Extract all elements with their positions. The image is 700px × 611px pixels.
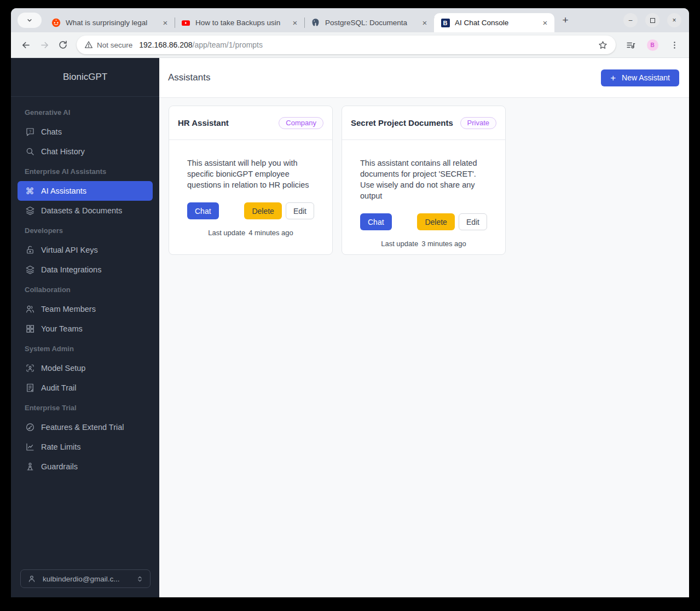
search-icon (25, 147, 35, 157)
sidebar-item-audit-trail[interactable]: Audit Trail (18, 378, 153, 398)
tab-postgresql[interactable]: PostgreSQL: Documenta × (304, 13, 434, 32)
section-system-admin: System Admin (18, 339, 153, 358)
media-controls-button[interactable] (621, 36, 640, 54)
edit-button[interactable]: Edit (459, 213, 487, 230)
close-icon[interactable]: × (290, 18, 300, 28)
new-tab-button[interactable]: + (558, 13, 573, 28)
sidebar-item-datasets[interactable]: Datasets & Documents (18, 201, 153, 220)
guardrail-icon (25, 462, 35, 472)
postgresql-icon (311, 18, 320, 27)
security-label: Not secure (97, 41, 132, 49)
tab-title: PostgreSQL: Documenta (325, 19, 416, 27)
back-button[interactable] (16, 36, 35, 54)
user-scan-icon (25, 363, 35, 374)
security-chip[interactable]: Not secure (84, 40, 132, 49)
card-actions: Chat Delete Edit (360, 213, 487, 230)
card-actions: Chat Delete Edit (187, 202, 314, 219)
section-developers: Developers (18, 220, 153, 240)
svg-text:?: ? (28, 129, 31, 134)
card-body: This assistant will help you with specif… (169, 140, 332, 237)
bookmark-star-button[interactable] (598, 40, 608, 50)
page-title: Assistants (168, 72, 210, 83)
sidebar-item-label: Chats (41, 127, 62, 136)
audit-document-icon (25, 383, 35, 393)
sidebar-item-team-members[interactable]: Team Members (18, 299, 153, 319)
close-icon[interactable]: × (160, 18, 170, 28)
tab-title: AI Chat Console (455, 19, 537, 27)
forward-icon (39, 40, 50, 50)
chevron-down-icon (26, 16, 33, 24)
sidebar-item-features-extend-trial[interactable]: Features & Extend Trial (18, 417, 153, 437)
sidebar-item-data-integrations[interactable]: Data Integrations (18, 260, 153, 280)
browser-window: What is surprisingly legal × How to take… (11, 8, 689, 597)
close-window-button[interactable]: × (667, 13, 681, 27)
sidebar-item-label: Datasets & Documents (41, 206, 122, 215)
chat-button[interactable]: Chat (360, 213, 392, 230)
section-enterprise-ai: Enterprise AI Assistants (18, 161, 153, 181)
sidebar-item-chats[interactable]: ? Chats (18, 122, 153, 142)
delete-button[interactable]: Delete (417, 213, 454, 230)
tab-title: What is surprisingly legal (66, 19, 157, 27)
tab-strip: What is surprisingly legal × How to take… (11, 8, 689, 32)
chat-button[interactable]: Chat (187, 202, 219, 219)
section-generative-ai: Generative AI (18, 102, 153, 122)
user-email: kulbinderdio@gmail.c... (43, 575, 120, 583)
close-icon[interactable]: × (420, 18, 430, 28)
last-update-label: Last update (208, 229, 245, 237)
assistant-card-hr: HR Assistant Company This assistant will… (169, 106, 333, 255)
url-text: 192.168.86.208/app/team/1/prompts (139, 40, 598, 49)
main-panel: Assistants + New Assistant HR Assistant … (159, 58, 689, 597)
extension-button[interactable]: B (643, 36, 662, 54)
assistant-cards: HR Assistant Company This assistant will… (159, 98, 689, 255)
sidebar-item-label: Model Setup (41, 364, 85, 373)
browser-toolbar: Not secure 192.168.86.208/app/team/1/pro… (11, 32, 689, 58)
sidebar-item-ai-assistants[interactable]: ⌘ AI Assistants (18, 181, 153, 201)
browser-menu-button[interactable] (665, 36, 684, 54)
maximize-icon (650, 18, 655, 23)
command-icon: ⌘ (25, 186, 35, 196)
card-title: HR Assistant (178, 118, 229, 127)
sidebar-item-rate-limits[interactable]: Rate Limits (18, 437, 153, 457)
visibility-badge: Company (279, 117, 323, 129)
edit-button[interactable]: Edit (286, 202, 314, 219)
brand-logo: BionicGPT (11, 58, 159, 97)
sidebar-item-label: Data Integrations (41, 265, 101, 274)
unlock-icon (25, 245, 35, 255)
forward-button[interactable] (35, 36, 54, 54)
layers-icon (25, 265, 35, 275)
window-controls: – × (623, 13, 681, 27)
warning-icon (84, 40, 93, 49)
toolbar-right: B (621, 36, 684, 54)
sidebar-item-label: Team Members (41, 305, 96, 313)
address-bar[interactable]: Not secure 192.168.86.208/app/team/1/pro… (77, 36, 616, 54)
new-assistant-label: New Assistant (622, 73, 670, 82)
card-description: This assistant contains all related docu… (360, 158, 487, 201)
card-description: This assistant will help you with specif… (187, 158, 314, 190)
card-header: HR Assistant Company (169, 106, 332, 140)
tab-search-button[interactable] (18, 13, 42, 28)
reload-button[interactable] (54, 36, 72, 54)
sidebar-item-model-setup[interactable]: Model Setup (18, 358, 153, 378)
sidebar-item-chat-history[interactable]: Chat History (18, 142, 153, 161)
sidebar-item-virtual-api-keys[interactable]: Virtual API Keys (18, 240, 153, 260)
gauge-icon (25, 422, 35, 433)
maximize-button[interactable] (645, 13, 659, 27)
new-assistant-button[interactable]: + New Assistant (601, 69, 679, 86)
delete-button[interactable]: Delete (244, 202, 281, 219)
tab-reddit[interactable]: What is surprisingly legal × (45, 13, 175, 32)
visibility-badge: Private (460, 117, 496, 129)
minimize-button[interactable]: – (623, 13, 638, 27)
users-icon (25, 304, 35, 315)
tab-ai-chat-console[interactable]: B AI Chat Console × (434, 13, 554, 32)
last-update-value: 3 minutes ago (421, 240, 466, 248)
close-icon[interactable]: × (540, 18, 550, 28)
section-enterprise-trial: Enterprise Trial (18, 398, 153, 417)
user-account-select[interactable]: kulbinderdio@gmail.c... (20, 569, 151, 588)
sidebar-item-guardrails[interactable]: Guardrails (18, 457, 153, 476)
section-collaboration: Collaboration (18, 280, 153, 299)
sidebar-item-label: AI Assistants (41, 187, 86, 195)
tab-youtube[interactable]: How to take Backups usin × (175, 13, 304, 32)
sidebar-item-your-teams[interactable]: Your Teams (18, 319, 153, 339)
user-icon (27, 574, 36, 583)
back-icon (21, 40, 31, 50)
